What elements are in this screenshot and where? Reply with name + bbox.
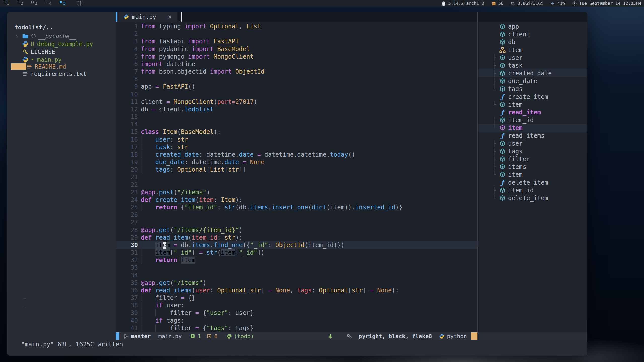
- code-line-19[interactable]: 19▏ due_date: datetime.date = None: [116, 158, 477, 166]
- lines-icon: [22, 71, 29, 77]
- code-area[interactable]: 1from typing import Optional, List23from…: [116, 22, 477, 332]
- token: return: [155, 257, 177, 264]
- explorer-root-header[interactable]: todolist/..: [7, 24, 116, 32]
- code-line-10[interactable]: 10: [116, 90, 477, 98]
- code-line-38[interactable]: 38▏ if user:: [116, 302, 477, 309]
- file-row-debug_example.py[interactable]: Udebug_example.py: [7, 40, 116, 48]
- bar-module-clock[interactable]: Tue September 14 12:03PM: [572, 1, 641, 6]
- code-line-5[interactable]: 5from pymongo import MongoClient: [116, 53, 477, 60]
- symbol-Item[interactable]: Item: [478, 46, 587, 54]
- code-line-15[interactable]: 15class Item(BaseModel):: [116, 128, 477, 136]
- code-line-41[interactable]: 41▏ ▏ filter = {"tags": tags}: [116, 324, 477, 332]
- symbol-created_date[interactable]: ├created_date: [478, 69, 587, 77]
- line-number: 14: [116, 121, 138, 128]
- code-line-11[interactable]: 11client = MongoClient(port=27017): [116, 98, 477, 106]
- code-line-34[interactable]: 34: [116, 272, 477, 279]
- code-line-31[interactable]: 31▏ item["_id"] = str(item["_id"]): [116, 249, 477, 256]
- symbol-delete_item[interactable]: ƒdelete_item: [478, 178, 587, 186]
- symbol-create_item[interactable]: ƒcreate_item: [478, 93, 587, 101]
- symbol-items[interactable]: ├items: [478, 163, 587, 171]
- code-line-3[interactable]: 3from fastapi import FastAPI: [116, 38, 477, 45]
- workspace-button-2[interactable]: 2: [17, 1, 24, 6]
- workspace-button-4[interactable]: 4: [45, 1, 53, 6]
- code-line-22[interactable]: 22: [116, 181, 477, 189]
- chevron-right-icon[interactable]: ›: [15, 33, 18, 39]
- code-line-33[interactable]: 33: [116, 264, 477, 272]
- code-line-40[interactable]: 40▏ if tags:: [116, 317, 477, 324]
- symbol-user[interactable]: ├user: [478, 140, 587, 147]
- code-line-13[interactable]: 13: [116, 113, 477, 121]
- code-line-35[interactable]: 35@app.get("/items"): [116, 279, 477, 287]
- symbol-read_items[interactable]: ƒread_items: [478, 132, 587, 140]
- code-line-29[interactable]: 29def read_item(item_id: str):: [116, 234, 477, 241]
- code-line-26[interactable]: 26: [116, 211, 477, 219]
- symbol-due_date[interactable]: ├due_date: [478, 77, 587, 85]
- code-line-2[interactable]: 2: [116, 30, 477, 38]
- code-line-7[interactable]: 7from bson.objectid import ObjectId: [116, 68, 477, 75]
- code-line-6[interactable]: 6import datetime: [116, 60, 477, 68]
- tab-main-py[interactable]: main.py ×: [117, 12, 177, 22]
- bar-module-package[interactable]: 56: [491, 1, 503, 6]
- code-line-14[interactable]: 14: [116, 121, 477, 128]
- symbol-user[interactable]: ├user: [478, 54, 587, 62]
- file-row-requirements.txt[interactable]: requirements.txt: [7, 70, 116, 78]
- code-line-32[interactable]: 32▏ return item: [116, 256, 477, 264]
- bar-module-memory[interactable]: 8.8Gi/31Gi: [510, 1, 543, 6]
- symbol-item[interactable]: └item: [478, 171, 587, 178]
- workspace-button-3[interactable]: 3: [31, 1, 38, 6]
- token: import: [184, 23, 206, 30]
- file-row-main.py[interactable]: •main.py: [7, 56, 116, 63]
- code-line-17[interactable]: 17▏ task: str: [116, 143, 477, 151]
- code-line-1[interactable]: 1from typing import Optional, List: [116, 23, 477, 30]
- file-row-__pycache__[interactable]: ›__pycache__: [7, 32, 116, 40]
- symbol-item_id[interactable]: ├item_id: [478, 186, 587, 194]
- symbol-item[interactable]: └item: [478, 101, 587, 108]
- code-line-37[interactable]: 37▏ filter = {}: [116, 294, 477, 302]
- code-line-27[interactable]: 27: [116, 219, 477, 226]
- code-line-28[interactable]: 28@app.get("/items/{item_id}"): [116, 226, 477, 234]
- token: "item_id": [184, 204, 217, 211]
- command-line[interactable]: "main.py" 63L, 1625C written: [7, 340, 587, 356]
- token: tags: [297, 287, 312, 294]
- token: :: [217, 204, 224, 211]
- symbol-item_id[interactable]: ├item_id: [478, 116, 587, 124]
- symbol-app[interactable]: app: [478, 23, 587, 30]
- symbol-task[interactable]: ├task: [478, 62, 587, 69]
- symbol-delete_item[interactable]: └delete_item: [478, 194, 587, 202]
- code-line-9[interactable]: 9app = FastAPI(): [116, 83, 477, 90]
- code-line-12[interactable]: 12db = client.todolist: [116, 106, 477, 113]
- symbol-label: delete_item: [508, 179, 548, 186]
- code-line-4[interactable]: 4from pydantic import BaseModel: [116, 45, 477, 53]
- code-line-36[interactable]: 36def read_items(user: Optional[str] = N…: [116, 287, 477, 294]
- token: : tags}: [228, 325, 254, 332]
- symbol-filter[interactable]: ├filter: [478, 155, 587, 163]
- symbol-item[interactable]: └item: [478, 124, 587, 132]
- code-line-30[interactable]: 30▏ item = db.items.find_one({"_id": Obj…: [116, 241, 477, 249]
- token: BaseModel: [217, 46, 250, 53]
- file-row-LICENSE[interactable]: LICENSE: [7, 48, 116, 56]
- bar-module-penguin[interactable]: 5.14.2-arch1-2: [441, 1, 484, 6]
- file-row-README.md[interactable]: README.md: [11, 63, 26, 70]
- code-line-16[interactable]: 16▏ user: str: [116, 136, 477, 143]
- token: (: [308, 204, 312, 211]
- tab-close-icon[interactable]: ×: [168, 13, 171, 20]
- workspace-button-5[interactable]: 5: [59, 1, 67, 6]
- symbol-tags[interactable]: └tags: [478, 85, 587, 93]
- indent-guide: ▏: [141, 159, 144, 166]
- token: user: [195, 287, 210, 294]
- code-line-20[interactable]: 20▏ tags: Optional[List[str]]: [116, 166, 477, 173]
- code-line-18[interactable]: 18▏ created_date: datetime.date = dateti…: [116, 151, 477, 158]
- symbol-read_item[interactable]: ƒread_item: [478, 108, 587, 116]
- symbol-tags[interactable]: ├tags: [478, 147, 587, 155]
- code-line-8[interactable]: 8: [116, 75, 477, 83]
- line-number: 32: [116, 256, 138, 264]
- symbol-client[interactable]: client: [478, 30, 587, 38]
- symbol-db[interactable]: db: [478, 38, 587, 46]
- code-line-24[interactable]: 24def create_item(item: Item):: [116, 196, 477, 204]
- workspace-button-1[interactable]: 1: [3, 1, 10, 6]
- code-line-23[interactable]: 23@app.post("/items"): [116, 189, 477, 196]
- bar-module-volume[interactable]: 41%: [550, 1, 565, 6]
- code-line-21[interactable]: 21: [116, 173, 477, 181]
- code-line-25[interactable]: 25▏ return {"item_id": str(db.items.inse…: [116, 204, 477, 211]
- code-line-39[interactable]: 39▏ ▏ filter = {"user": user}: [116, 309, 477, 317]
